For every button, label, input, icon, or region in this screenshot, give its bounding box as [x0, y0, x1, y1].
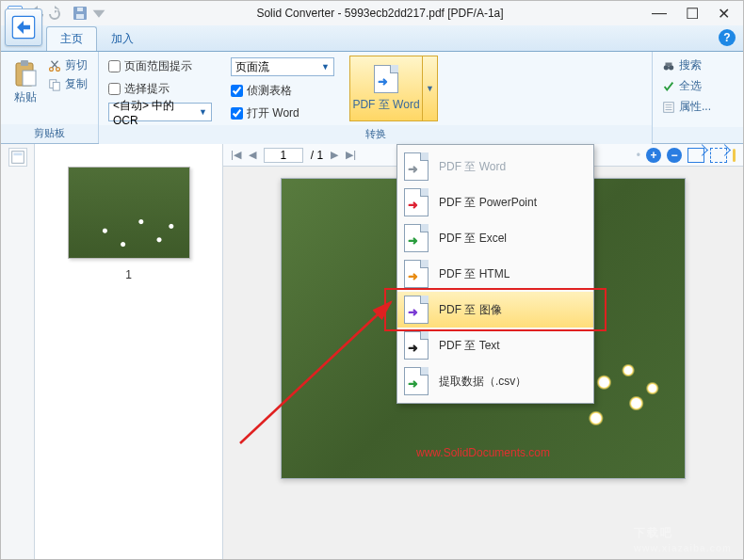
thumbnails-tab-icon[interactable] — [8, 148, 27, 167]
select-all-button[interactable]: 全选 — [662, 78, 711, 94]
divider: • — [637, 149, 640, 162]
pdf-to-word-dropdown[interactable]: ▼ — [423, 56, 438, 121]
svg-rect-14 — [666, 62, 672, 66]
menu-pdf-to-text[interactable]: ➜PDF 至 Text — [397, 328, 593, 363]
redo-icon[interactable] — [48, 6, 63, 21]
next-page-icon[interactable]: ▶ — [331, 149, 338, 161]
menu-pdf-to-excel[interactable]: ➜PDF 至 Excel — [397, 220, 593, 256]
binoculars-icon — [662, 59, 675, 72]
selection-hint-checkbox[interactable]: 选择提示 — [108, 80, 212, 97]
chevron-down-icon: ▼ — [321, 62, 330, 72]
layout-combo[interactable]: 页面流▼ — [231, 57, 334, 76]
search-button[interactable]: 搜索 — [662, 57, 711, 73]
properties-icon — [662, 101, 675, 114]
minimize-button[interactable]: — — [652, 5, 667, 23]
svg-point-9 — [57, 67, 60, 71]
paste-button[interactable]: 粘贴 — [7, 56, 44, 120]
menu-extract-csv[interactable]: ➜提取数据（.csv） — [397, 363, 593, 399]
workspace: 1 |◀ ◀ / 1 ▶ ▶| • + − www.SolidDocuments… — [1, 144, 743, 559]
window-title: Solid Converter - 5993ecb2dd217.pdf [PDF… — [108, 7, 652, 20]
properties-button[interactable]: 属性... — [662, 99, 711, 115]
page-range-hint-checkbox[interactable]: 页面范围提示 — [108, 57, 212, 74]
thumbnail-panel: 1 — [35, 144, 223, 559]
side-strip — [1, 144, 35, 559]
tab-add[interactable]: 加入 — [97, 26, 148, 51]
pdf-to-word-icon: ➜ — [374, 65, 398, 93]
svg-rect-2 — [76, 14, 84, 19]
first-page-icon[interactable]: |◀ — [231, 149, 241, 161]
copy-button[interactable]: 复制 — [48, 76, 88, 92]
group-title-utils — [653, 127, 743, 143]
svg-rect-7 — [23, 71, 36, 86]
menu-pdf-to-word[interactable]: ➜PDF 至 Word — [397, 149, 593, 184]
cut-button[interactable]: 剪切 — [48, 57, 88, 73]
open-word-checkbox[interactable]: 打开 Word — [231, 104, 334, 121]
app-menu-button[interactable] — [5, 8, 42, 46]
svg-rect-20 — [13, 153, 22, 156]
prev-page-icon[interactable]: ◀ — [249, 149, 256, 161]
svg-rect-6 — [21, 60, 28, 66]
menu-pdf-to-powerpoint[interactable]: ➜PDF 至 PowerPoint — [397, 184, 593, 220]
watermark-url: www.SolidDocuments.com — [416, 446, 550, 459]
page-thumbnail[interactable] — [68, 167, 190, 259]
scissors-icon — [48, 59, 61, 72]
menu-pdf-to-image[interactable]: ➜PDF 至 图像 — [397, 292, 593, 328]
group-title-convert: 转换 — [99, 125, 652, 144]
last-page-icon[interactable]: ▶| — [346, 149, 356, 161]
title-bar: Solid Converter - 5993ecb2dd217.pdf [PDF… — [1, 1, 743, 25]
svg-rect-3 — [77, 8, 83, 11]
zoom-in-icon[interactable]: + — [646, 148, 661, 163]
marquee-tool-icon[interactable] — [710, 148, 727, 163]
tab-home[interactable]: 主页 — [46, 26, 97, 51]
copy-icon — [48, 78, 61, 91]
paste-label: 粘贴 — [14, 89, 37, 105]
svg-rect-11 — [53, 82, 59, 90]
svg-point-8 — [50, 67, 54, 71]
pdf-convert-menu: ➜PDF 至 Word ➜PDF 至 PowerPoint ➜PDF 至 Exc… — [396, 144, 594, 404]
pdf-to-word-button[interactable]: ➜ PDF 至 Word — [349, 56, 423, 121]
highlighter-icon[interactable] — [733, 149, 736, 162]
menu-pdf-to-html[interactable]: ➜PDF 至 HTML — [397, 256, 593, 292]
save-icon[interactable] — [73, 6, 88, 21]
chevron-down-icon: ▼ — [199, 107, 207, 117]
zoom-out-icon[interactable]: − — [667, 148, 682, 163]
ocr-combo[interactable]: <自动> 中的 OCR▼ — [108, 103, 212, 121]
group-title-clipboard: 剪贴板 — [1, 124, 98, 143]
ribbon-tabs: 主页 加入 ? — [1, 25, 743, 52]
pointer-tool-icon[interactable] — [687, 148, 704, 163]
page-total: / 1 — [311, 149, 323, 162]
maximize-button[interactable]: ☐ — [686, 5, 699, 23]
close-button[interactable]: ✕ — [718, 5, 730, 23]
thumbnail-number: 1 — [125, 268, 132, 281]
detect-tables-checkbox[interactable]: 侦测表格 — [231, 82, 334, 99]
page-number-input[interactable] — [264, 148, 303, 163]
ribbon: 粘贴 剪切 复制 剪贴板 页面范围提示 选择提示 <自动> 中的 OCR▼ — [1, 52, 743, 144]
qat-dropdown-icon[interactable] — [91, 6, 106, 21]
check-icon — [662, 80, 675, 93]
chevron-down-icon: ▼ — [426, 84, 434, 93]
help-button[interactable]: ? — [719, 29, 736, 46]
